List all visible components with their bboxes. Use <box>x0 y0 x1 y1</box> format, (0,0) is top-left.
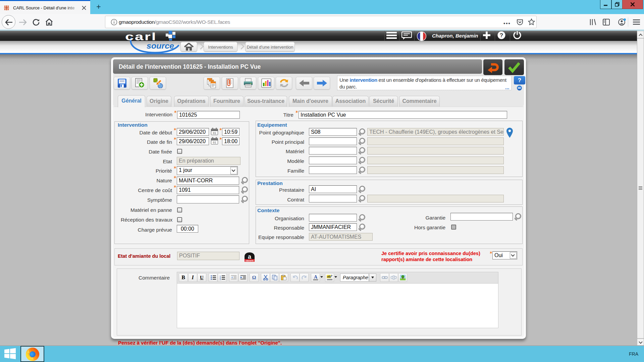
svg-text:?: ? <box>500 32 503 39</box>
svg-text:A: A <box>314 275 317 280</box>
svg-text:a: a <box>248 253 252 260</box>
svg-text:AMIANTE: AMIANTE <box>245 260 254 262</box>
svg-text:3: 3 <box>220 279 221 280</box>
